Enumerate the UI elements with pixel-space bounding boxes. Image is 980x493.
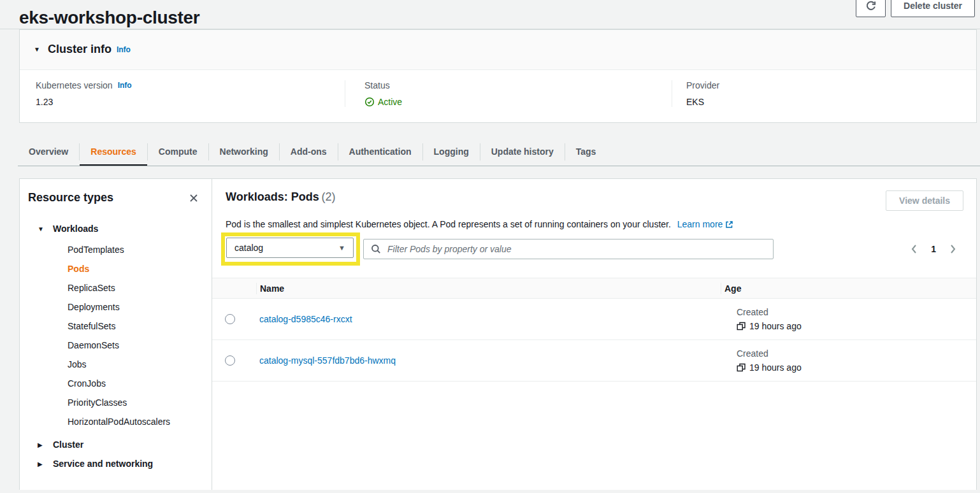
tab-networking[interactable]: Networking — [209, 138, 279, 166]
tab-authentication[interactable]: Authentication — [338, 138, 422, 166]
sidebar-item-podtemplates[interactable]: PodTemplates — [68, 240, 212, 259]
tab-tags[interactable]: Tags — [565, 138, 607, 166]
sidebar-item-pods[interactable]: Pods — [68, 259, 212, 278]
age-status: Created — [737, 347, 976, 361]
column-header-age[interactable]: Age — [721, 283, 976, 294]
age-text: 19 hours ago — [749, 319, 802, 333]
caret-down-icon: ▼ — [38, 225, 44, 232]
refresh-icon — [865, 0, 877, 11]
caret-right-icon: ▶ — [38, 461, 44, 468]
tree-section-workloads[interactable]: ▼ Workloads — [20, 224, 212, 234]
delete-cluster-button[interactable]: Delete cluster — [891, 0, 975, 17]
cluster-info-header[interactable]: ▼ Cluster info Info — [20, 30, 976, 70]
column-header-name[interactable]: Name — [256, 283, 721, 294]
pod-name-link[interactable]: catalog-mysql-557fdb7bd6-hwxmq — [259, 355, 396, 366]
pods-table: Name Age catalog-d5985c46-rxcxt Created — [212, 278, 976, 382]
previous-page-icon[interactable] — [911, 244, 918, 254]
close-icon[interactable] — [187, 192, 200, 204]
kubernetes-version-value: 1.23 — [36, 97, 332, 107]
tree-section-cluster[interactable]: ▶ Cluster — [20, 439, 212, 450]
sidebar-item-horizontalpodautoscalers[interactable]: HorizontalPodAutoscalers — [68, 412, 212, 431]
page-title: eks-workshop-cluster — [19, 8, 199, 28]
provider-value: EKS — [686, 97, 963, 107]
tab-update-history[interactable]: Update history — [480, 138, 565, 166]
copy-icon — [737, 322, 746, 331]
status-label: Status — [364, 80, 659, 90]
tab-add-ons[interactable]: Add-ons — [280, 138, 338, 166]
status-field: Status Active — [345, 80, 672, 107]
check-circle-icon — [364, 97, 375, 107]
tab-bar: Overview Resources Compute Networking Ad… — [0, 138, 980, 166]
sidebar-item-cronjobs[interactable]: CronJobs — [68, 374, 212, 393]
pods-table-header: Name Age — [212, 278, 976, 299]
age-text: 19 hours ago — [749, 361, 802, 375]
refresh-button[interactable] — [856, 0, 886, 17]
view-details-button[interactable]: View details — [886, 190, 963, 211]
kubernetes-version-label: Kubernetes version — [36, 80, 113, 90]
filter-row: catalog ▼ — [226, 238, 963, 266]
row-radio-button[interactable] — [225, 355, 235, 366]
resources-panel: Resource types ▼ Workloads PodTemplates … — [19, 178, 977, 490]
current-page[interactable]: 1 — [931, 244, 936, 254]
caret-down-icon: ▼ — [34, 46, 40, 53]
sidebar-item-statefulsets[interactable]: StatefulSets — [68, 317, 212, 336]
resource-types-title: Resource types — [28, 191, 113, 204]
learn-more-link[interactable]: Learn more — [677, 219, 734, 229]
external-link-icon — [725, 220, 733, 229]
tree-section-service-and-networking[interactable]: ▶ Service and networking — [20, 459, 212, 469]
cluster-info-info-link[interactable]: Info — [117, 45, 131, 54]
cluster-info-title: Cluster info — [48, 43, 112, 56]
row-radio-button[interactable] — [225, 314, 235, 324]
pagination: 1 — [911, 238, 956, 254]
status-value: Active — [378, 97, 402, 107]
pods-description: Pod is the smallest and simplest Kuberne… — [226, 219, 671, 229]
copy-icon — [737, 363, 746, 372]
tab-bar-underline — [18, 166, 980, 166]
pod-filter-dropdown[interactable]: catalog ▼ — [226, 238, 354, 258]
search-icon — [371, 244, 381, 254]
sidebar-item-priorityclasses[interactable]: PriorityClasses — [68, 393, 212, 412]
tab-logging[interactable]: Logging — [423, 138, 480, 166]
provider-field: Provider EKS — [672, 80, 976, 107]
resource-tree: ▼ Workloads PodTemplates Pods ReplicaSet… — [20, 224, 212, 469]
kubernetes-version-info-link[interactable]: Info — [118, 81, 132, 90]
pods-count: (2) — [322, 190, 336, 203]
age-status: Created — [737, 305, 976, 319]
provider-label: Provider — [686, 80, 963, 90]
pod-filter-dropdown-value: catalog — [234, 243, 263, 253]
table-row: catalog-mysql-557fdb7bd6-hwxmq Created 1… — [212, 340, 976, 382]
sidebar-item-replicasets[interactable]: ReplicaSets — [68, 278, 212, 297]
next-page-icon[interactable] — [949, 244, 956, 254]
pod-name-link[interactable]: catalog-d5985c46-rxcxt — [259, 314, 352, 324]
cluster-info-panel: ▼ Cluster info Info Kubernetes version I… — [19, 29, 977, 123]
sidebar-item-deployments[interactable]: Deployments — [68, 297, 212, 317]
tab-compute[interactable]: Compute — [148, 138, 208, 166]
kubernetes-version-field: Kubernetes version Info 1.23 — [20, 80, 345, 107]
sidebar-item-jobs[interactable]: Jobs — [68, 355, 212, 374]
resource-types-sidebar: Resource types ▼ Workloads PodTemplates … — [20, 179, 212, 490]
tab-overview[interactable]: Overview — [18, 138, 79, 166]
caret-right-icon: ▶ — [38, 441, 44, 448]
tab-resources[interactable]: Resources — [80, 138, 147, 166]
pods-search-box[interactable] — [363, 239, 774, 259]
sidebar-item-daemonsets[interactable]: DaemonSets — [68, 336, 212, 355]
annotation-highlight: catalog ▼ — [221, 232, 360, 266]
pods-search-input[interactable] — [386, 243, 766, 255]
table-row: catalog-d5985c46-rxcxt Created 19 hours … — [212, 299, 976, 340]
cluster-info-body: Kubernetes version Info 1.23 Status Acti… — [20, 70, 976, 122]
page-header: eks-workshop-cluster Delete cluster — [0, 0, 980, 29]
pods-heading: Workloads: Pods — [226, 190, 319, 203]
chevron-down-icon: ▼ — [338, 244, 345, 252]
pods-content: Workloads: Pods (2) View details Pod is … — [212, 179, 976, 490]
